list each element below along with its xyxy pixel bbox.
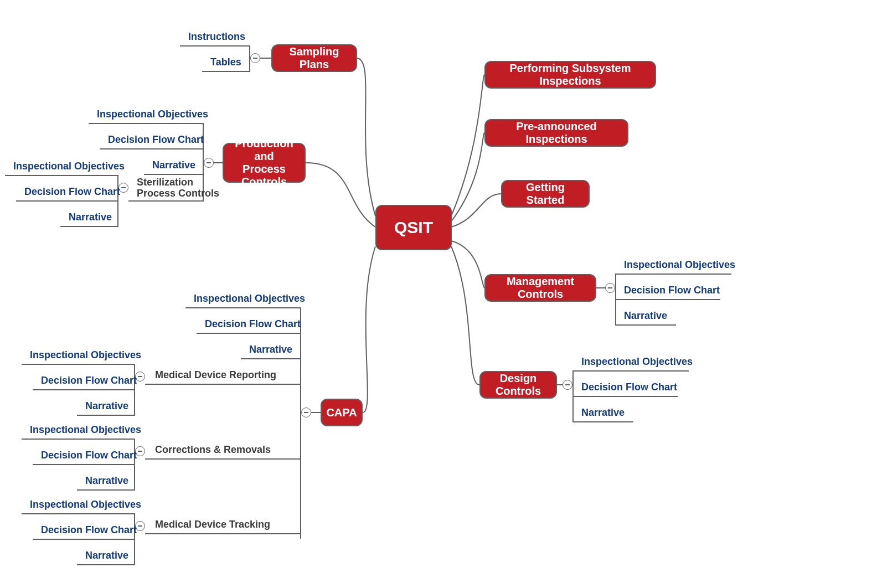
leaf-dc-inspectional-objectives[interactable]: Inspectional Objectives	[581, 356, 693, 368]
root-label: QSIT	[394, 218, 433, 238]
branch-pre-announced-inspections[interactable]: Pre-announced Inspections	[484, 119, 628, 147]
branch-label: Design Controls	[491, 372, 546, 398]
branch-management-controls[interactable]: Management Controls	[484, 274, 596, 302]
leaf-underline	[33, 464, 135, 465]
branch-sampling-plans[interactable]: Sampling Plans	[271, 44, 357, 72]
leaf-capa-decision-flow-chart[interactable]: Decision Flow Chart	[205, 318, 301, 330]
leaf-dc-decision-flow-chart[interactable]: Decision Flow Chart	[581, 381, 677, 393]
leaf-underline	[144, 174, 204, 175]
leaf-underline	[145, 384, 301, 385]
leaf-mc-inspectional-objectives[interactable]: Inspectional Objectives	[624, 259, 735, 271]
branch-performing-subsystem-inspections[interactable]: Performing Subsystem Inspections	[484, 61, 656, 89]
bracket-bar	[300, 307, 301, 539]
leaf-cr-narrative[interactable]: Narrative	[85, 475, 128, 487]
leaf-underline	[33, 389, 135, 390]
leaf-underline	[241, 358, 301, 359]
leaf-mdt-narrative[interactable]: Narrative	[85, 550, 128, 561]
leaf-mc-narrative[interactable]: Narrative	[624, 310, 667, 322]
leaf-underline	[185, 307, 301, 308]
branch-label: Management Controls	[496, 275, 585, 301]
branch-label: Sampling Plans	[282, 45, 346, 71]
leaf-mdr-inspectional-objectives[interactable]: Inspectional Objectives	[30, 349, 141, 361]
branch-label: Production and Process Controls	[234, 137, 295, 188]
leaf-ppc-inspectional-objectives[interactable]: Inspectional Objectives	[97, 109, 208, 120]
collapse-toggle-production-process-controls[interactable]	[204, 158, 214, 168]
subnode-medical-device-reporting[interactable]: Medical Device Reporting	[155, 369, 276, 381]
leaf-capa-inspectional-objectives[interactable]: Inspectional Objectives	[194, 293, 305, 305]
branch-label: Performing Subsystem Inspections	[496, 62, 645, 87]
leaf-sampling-tables[interactable]: Tables	[210, 56, 241, 68]
leaf-underline	[77, 489, 135, 491]
leaf-underline	[145, 533, 301, 534]
branch-design-controls[interactable]: Design Controls	[479, 371, 557, 399]
branch-production-process-controls[interactable]: Production and Process Controls	[223, 143, 306, 183]
leaf-mdt-inspectional-objectives[interactable]: Inspectional Objectives	[30, 499, 141, 510]
leaf-mc-decision-flow-chart[interactable]: Decision Flow Chart	[624, 285, 720, 296]
subnode-medical-device-tracking[interactable]: Medical Device Tracking	[155, 519, 270, 530]
leaf-underline	[572, 421, 633, 422]
leaf-underline	[615, 324, 676, 326]
leaf-underline	[16, 200, 118, 202]
leaf-underline	[22, 439, 135, 440]
leaf-underline	[572, 396, 678, 397]
bracket-bar	[249, 45, 250, 71]
subnode-corrections-removals[interactable]: Corrections & Removals	[155, 444, 271, 456]
leaf-spc-decision-flow-chart[interactable]: Decision Flow Chart	[24, 186, 120, 198]
subnode-sterilization-process-controls[interactable]: Sterilization Process Controls	[137, 177, 219, 199]
leaf-underline	[22, 513, 135, 514]
leaf-underline	[128, 200, 204, 202]
leaf-underline	[615, 299, 720, 300]
leaf-underline	[33, 539, 135, 540]
mindmap-stage: QSIT Performing Subsystem Inspections Pr…	[0, 0, 877, 588]
leaf-underline	[145, 458, 301, 460]
leaf-spc-narrative[interactable]: Narrative	[69, 212, 112, 223]
leaf-capa-narrative[interactable]: Narrative	[249, 344, 292, 355]
root-node-qsit[interactable]: QSIT	[375, 205, 452, 250]
collapse-toggle-management-controls[interactable]	[605, 283, 615, 293]
leaf-underline	[615, 274, 731, 275]
leaf-cr-decision-flow-chart[interactable]: Decision Flow Chart	[41, 450, 137, 461]
leaf-sampling-instructions[interactable]: Instructions	[188, 31, 245, 43]
leaf-cr-inspectional-objectives[interactable]: Inspectional Objectives	[30, 424, 141, 436]
leaf-underline	[197, 333, 301, 334]
leaf-underline	[77, 564, 135, 565]
leaf-underline	[77, 415, 135, 416]
leaf-underline	[572, 370, 689, 372]
collapse-toggle-design-controls[interactable]	[563, 380, 572, 390]
collapse-toggle-capa[interactable]	[301, 408, 311, 417]
branch-label: CAPA	[326, 406, 357, 419]
leaf-underline	[60, 226, 118, 227]
leaf-mdr-narrative[interactable]: Narrative	[85, 400, 128, 412]
leaf-underline	[22, 364, 135, 365]
leaf-mdr-decision-flow-chart[interactable]: Decision Flow Chart	[41, 375, 137, 386]
leaf-underline	[100, 148, 204, 149]
branch-label: Pre-announced Inspections	[496, 120, 617, 146]
branch-getting-started[interactable]: Getting Started	[501, 180, 590, 208]
leaf-underline	[202, 71, 250, 72]
leaf-ppc-narrative[interactable]: Narrative	[152, 159, 195, 171]
leaf-ppc-decision-flow-chart[interactable]: Decision Flow Chart	[108, 134, 204, 146]
branch-capa[interactable]: CAPA	[321, 399, 363, 426]
leaf-underline	[5, 175, 118, 176]
leaf-mdt-decision-flow-chart[interactable]: Decision Flow Chart	[41, 524, 137, 536]
leaf-spc-inspectional-objectives[interactable]: Inspectional Objectives	[13, 161, 125, 172]
branch-label: Getting Started	[512, 181, 579, 207]
leaf-dc-narrative[interactable]: Narrative	[581, 407, 625, 419]
collapse-toggle-sampling-plans[interactable]	[250, 53, 260, 63]
leaf-underline	[89, 123, 204, 124]
leaf-underline	[180, 45, 250, 47]
